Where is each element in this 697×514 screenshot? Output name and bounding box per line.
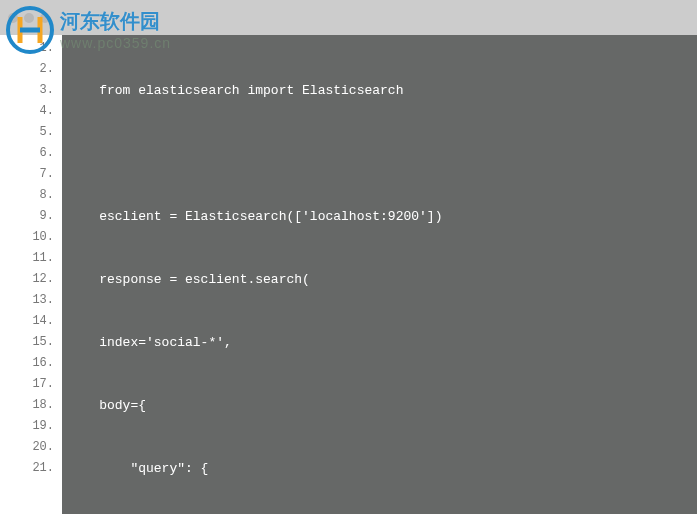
line-number: 8. (0, 185, 62, 206)
code-line: response = esclient.search( (68, 269, 697, 290)
line-number: 9. (0, 206, 62, 227)
line-number: 21. (0, 458, 62, 479)
code-line: from elasticsearch import Elasticsearch (68, 80, 697, 101)
code-line: esclient = Elasticsearch(['localhost:920… (68, 206, 697, 227)
line-number: 4. (0, 101, 62, 122)
line-number: 14. (0, 311, 62, 332)
window-title-bar (0, 0, 697, 35)
window-control-dot (40, 13, 50, 23)
line-number: 20. (0, 437, 62, 458)
line-number: 18. (0, 395, 62, 416)
line-number: 6. (0, 143, 62, 164)
line-number: 10. (0, 227, 62, 248)
line-number: 7. (0, 164, 62, 185)
line-number: 11. (0, 248, 62, 269)
line-number: 16. (0, 353, 62, 374)
code-line: "query": { (68, 458, 697, 479)
line-number: 17. (0, 374, 62, 395)
window-control-dot (24, 13, 34, 23)
line-number: 19. (0, 416, 62, 437)
line-number-gutter: 1. 2. 3. 4. 5. 6. 7. 8. 9. 10. 11. 12. 1… (0, 35, 62, 514)
code-line (68, 143, 697, 164)
line-number: 15. (0, 332, 62, 353)
line-number: 5. (0, 122, 62, 143)
window-control-dot (8, 13, 18, 23)
line-number: 12. (0, 269, 62, 290)
code-line: index='social-*', (68, 332, 697, 353)
line-number: 2. (0, 59, 62, 80)
code-content[interactable]: from elasticsearch import Elasticsearch … (62, 35, 697, 514)
line-number: 1. (0, 38, 62, 59)
code-line: body={ (68, 395, 697, 416)
line-number: 13. (0, 290, 62, 311)
code-editor: 1. 2. 3. 4. 5. 6. 7. 8. 9. 10. 11. 12. 1… (0, 35, 697, 514)
line-number: 3. (0, 80, 62, 101)
